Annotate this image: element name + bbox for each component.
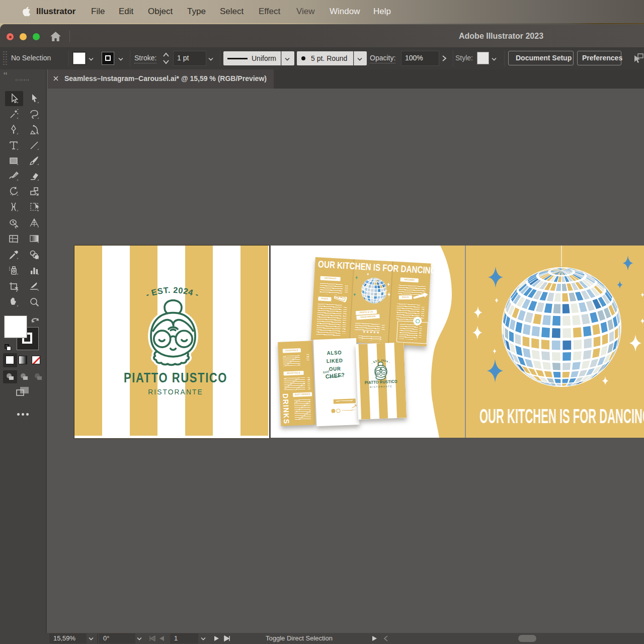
svg-text:- EST. 2024 -: - EST. 2024 -: [144, 285, 200, 299]
svg-text:- EST. 2024 -: - EST. 2024 -: [370, 358, 391, 365]
